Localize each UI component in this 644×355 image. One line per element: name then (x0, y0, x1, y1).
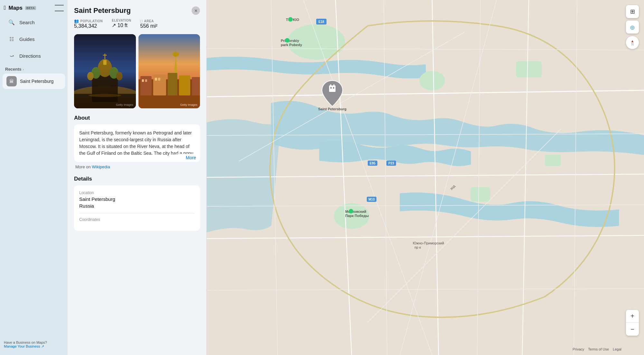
directions-nav-item[interactable]: ⤻ Directions (3, 48, 65, 64)
sidebar-header:  Maps BETA (0, 0, 68, 14)
recents-label: Recents (5, 67, 22, 72)
details-section: Details Location Saint Petersburg Russia… (68, 174, 206, 236)
compass-button[interactable]: ▲ N (626, 36, 639, 49)
svg-rect-32 (471, 187, 490, 202)
about-title: About (74, 115, 200, 121)
compass-north-label: ▲ (631, 39, 634, 43)
sidebar-toggle-button[interactable] (55, 5, 64, 11)
svg-rect-24 (145, 79, 147, 82)
detail-panel: Saint Petersburg ✕ 👥 POPULATION 5,384,34… (68, 0, 207, 355)
elevation-label: ELEVATION (112, 19, 131, 22)
svg-rect-18 (179, 75, 190, 95)
about-card: Saint Petersburg, formerly known as Petr… (74, 124, 200, 162)
svg-rect-72 (330, 84, 331, 86)
svg-rect-16 (153, 74, 166, 95)
location-button[interactable]: ◎ (626, 21, 639, 34)
population-label: 👥 POPULATION (74, 19, 103, 23)
svg-point-9 (87, 72, 94, 80)
area-stat: □ AREA 556 mi² (140, 19, 157, 29)
svg-rect-30 (516, 61, 542, 77)
about-fade: More (169, 154, 200, 162)
svg-point-7 (91, 67, 100, 79)
svg-point-12 (89, 94, 121, 97)
wikipedia-reference: More on Wikipedia (74, 164, 200, 169)
location-detail-row: Location Saint Petersburg Russia (79, 191, 195, 209)
legal-link[interactable]: Legal (613, 347, 621, 351)
svg-rect-0 (74, 34, 136, 108)
population-stat: 👥 POPULATION 5,384,342 (74, 19, 103, 29)
photo-card-1[interactable]: Getty Images (74, 34, 136, 108)
recents-section: Recents › (0, 64, 68, 73)
svg-text:Парк Победы: Парк Победы (345, 214, 369, 218)
svg-rect-73 (333, 84, 335, 86)
privacy-link[interactable]: Privacy (573, 347, 584, 351)
photo-1-svg (74, 34, 136, 108)
about-text: Saint Petersburg, formerly known as Petr… (79, 130, 195, 157)
details-card: Location Saint Petersburg Russia Coordin… (74, 185, 200, 231)
location-value: Saint Petersburg Russia (79, 196, 195, 209)
photo-2-credit: Getty Images (180, 103, 197, 106)
svg-rect-15 (140, 76, 151, 95)
more-link[interactable]: More (186, 155, 196, 160)
svg-rect-33 (545, 155, 561, 166)
svg-text:пр к: пр к (414, 245, 421, 249)
panel-header: Saint Petersburg ✕ (68, 0, 206, 19)
terms-link[interactable]: Terms of Use (588, 347, 609, 351)
about-section: About Saint Petersburg, formerly known a… (68, 113, 206, 174)
svg-rect-2 (92, 73, 118, 102)
photos-section: Getty Images (68, 34, 206, 113)
photo-2-svg (138, 34, 200, 108)
location-label: Location (79, 191, 195, 195)
svg-point-8 (109, 67, 118, 79)
search-icon: 🔍 (8, 18, 15, 26)
panel-title: Saint Petersburg (74, 6, 131, 15)
guides-nav-item[interactable]: ☷ Guides (3, 31, 65, 47)
svg-point-70 (349, 209, 353, 213)
manage-business-link[interactable]: Manage Your Business ↗ (4, 344, 64, 349)
svg-text:park Pobedy: park Pobedy (281, 43, 302, 47)
elevation-stat: ELEVATION ↗ 10 ft (112, 19, 131, 29)
search-label: Search (19, 20, 35, 25)
area-label: □ AREA (140, 19, 157, 23)
photo-1-credit: Getty Images (116, 103, 133, 106)
recent-place-icon: 🏛 (6, 76, 17, 86)
svg-text:E95: E95 (370, 162, 375, 165)
zoom-in-button[interactable]: + (626, 310, 639, 323)
business-footer: Have a Business on Maps? Manage Your Bus… (4, 340, 64, 349)
compass-label: N (631, 43, 633, 46)
map-type-button[interactable]: ⊞ (626, 5, 639, 18)
stats-bar: 👥 POPULATION 5,384,342 ELEVATION ↗ 10 ft… (68, 19, 206, 34)
svg-point-69 (285, 38, 289, 43)
directions-icon: ⤻ (8, 52, 15, 60)
svg-text:Московский: Московский (345, 210, 366, 213)
svg-text:P23: P23 (388, 162, 394, 165)
svg-text:M10: M10 (368, 198, 375, 201)
search-nav-item[interactable]: 🔍 Search (3, 15, 65, 30)
population-icon: 👥 (74, 19, 79, 23)
chevron-right-icon: › (23, 67, 24, 71)
zoom-out-button[interactable]: − (626, 323, 639, 336)
recent-place-label: Saint Petersburg (20, 79, 53, 84)
svg-point-1 (74, 86, 136, 108)
svg-rect-75 (333, 87, 334, 89)
elevation-value: ↗ 10 ft (112, 22, 131, 28)
directions-label: Directions (19, 53, 41, 59)
svg-text:Primorskiy: Primorskiy (281, 39, 299, 43)
map-controls-right: ⊞ ◎ ▲ N (626, 5, 639, 49)
coordinates-detail-row: Coordinates (79, 217, 195, 222)
wikipedia-link[interactable]: Wikipedia (92, 164, 110, 169)
svg-point-68 (288, 17, 293, 22)
svg-rect-74 (330, 87, 332, 89)
map-footer: Privacy Terms of Use Legal (573, 347, 621, 351)
panel-close-button[interactable]: ✕ (192, 6, 200, 15)
svg-text:Saint Petersburg: Saint Petersburg (318, 107, 346, 111)
coordinates-label: Coordinates (79, 217, 195, 222)
recent-saint-petersburg-item[interactable]: 🏛 Saint Petersburg (3, 74, 65, 89)
guides-icon: ☷ (8, 35, 15, 43)
map-zoom-controls: + − (626, 310, 639, 336)
detail-divider (79, 213, 195, 213)
photo-card-2[interactable]: Getty Images (138, 34, 200, 108)
area-icon: □ (140, 19, 143, 23)
map-container[interactable]: E18 E95 P23 M10 зод TSPKIO Primorskiy pa… (207, 0, 644, 355)
app-title: Maps (9, 5, 23, 11)
